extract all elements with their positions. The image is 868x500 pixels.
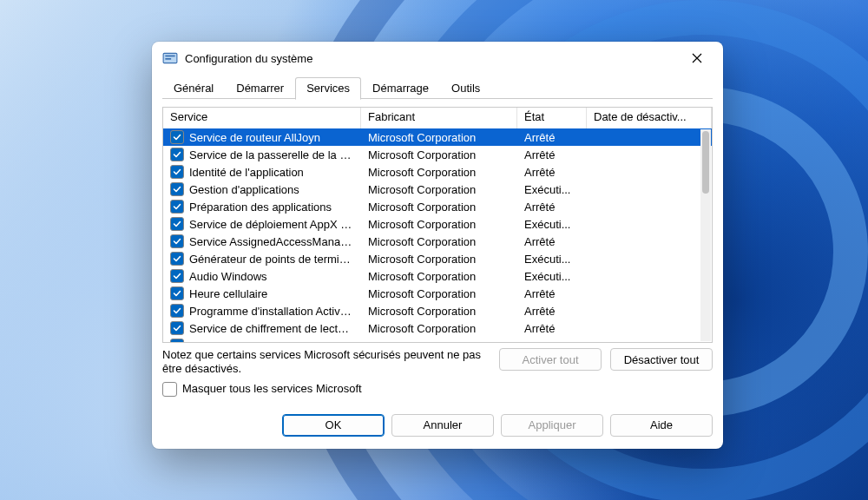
table-row[interactable]: Service de déploiement AppX (A...Microso… (163, 215, 712, 233)
service-state: Arrêté (517, 305, 587, 318)
service-state: Arrêté (517, 322, 587, 335)
service-state: Exécuti... (517, 270, 587, 283)
close-button[interactable] (678, 45, 716, 71)
service-state: Arrêté (517, 166, 587, 179)
table-row[interactable]: Service de routeur AllJoynMicrosoft Corp… (163, 128, 712, 146)
titlebar: Configuration du système (152, 42, 723, 75)
service-name: Programme d'installation Active... (189, 305, 354, 318)
msconfig-dialog: Configuration du système Général Démarre… (152, 42, 723, 449)
service-checkbox[interactable] (170, 148, 184, 161)
service-state: Exécuti... (517, 253, 587, 266)
service-vendor: Microsoft Corporation (361, 183, 517, 196)
service-state: Exécuti... (517, 218, 587, 231)
column-service[interactable]: Service (163, 108, 361, 128)
service-state: Arrêté (517, 148, 587, 161)
service-name: Service de la passerelle de la co... (189, 148, 354, 161)
service-state: Arrêté (517, 131, 587, 144)
service-vendor: Microsoft Corporation (361, 270, 517, 283)
service-name: Gestion d'applications (189, 183, 354, 196)
scrollbar[interactable] (700, 129, 711, 341)
table-row[interactable]: Service de la passerelle de la co...Micr… (163, 146, 712, 163)
service-name: Service AssignedAccessManager (189, 235, 354, 248)
table-row[interactable]: Heure cellulaireMicrosoft CorporationArr… (163, 285, 712, 302)
service-checkbox[interactable] (170, 252, 184, 266)
service-checkbox[interactable] (170, 217, 184, 231)
service-name: Générateur de points de termin... (189, 253, 354, 266)
service-name: Préparation des applications (189, 201, 354, 214)
app-icon (162, 50, 178, 66)
service-name: Moteur de filtrage de base (189, 339, 354, 343)
service-checkbox[interactable] (170, 130, 184, 144)
service-checkbox[interactable] (170, 182, 184, 196)
service-name: Heure cellulaire (189, 287, 354, 300)
column-vendor[interactable]: Fabricant (361, 108, 517, 128)
service-state: Exécuti... (517, 339, 587, 343)
service-vendor: Microsoft Corporation (361, 131, 517, 144)
note-text: Notez que certains services Microsoft sé… (162, 348, 490, 377)
service-vendor: Microsoft Corporation (361, 339, 517, 343)
service-state: Arrêté (517, 235, 587, 248)
service-vendor: Microsoft Corporation (361, 253, 517, 266)
tab-boot[interactable]: Démarrer (225, 77, 295, 100)
service-checkbox[interactable] (170, 165, 184, 179)
service-checkbox[interactable] (170, 304, 184, 318)
table-row[interactable]: Gestion d'applicationsMicrosoft Corporat… (163, 181, 712, 198)
service-vendor: Microsoft Corporation (361, 305, 517, 318)
disable-all-button[interactable]: Désactiver tout (610, 348, 713, 371)
service-vendor: Microsoft Corporation (361, 322, 517, 335)
enable-all-button[interactable]: Activer tout (499, 348, 602, 371)
service-state: Arrêté (517, 201, 587, 214)
svg-rect-1 (165, 56, 174, 57)
table-row[interactable]: Service AssignedAccessManagerMicrosoft C… (163, 233, 712, 250)
service-checkbox[interactable] (170, 321, 184, 335)
ok-button[interactable]: OK (282, 414, 385, 437)
table-row[interactable]: Programme d'installation Active...Micros… (163, 302, 712, 319)
window-title: Configuration du système (185, 52, 678, 65)
service-name: Identité de l'application (189, 166, 354, 179)
service-vendor: Microsoft Corporation (361, 201, 517, 214)
service-name: Service de routeur AllJoyn (189, 131, 354, 144)
service-vendor: Microsoft Corporation (361, 218, 517, 231)
table-row[interactable]: Service de chiffrement de lecteu...Micro… (163, 319, 712, 337)
apply-button[interactable]: Appliquer (501, 414, 603, 437)
tab-general[interactable]: Général (162, 77, 225, 100)
tab-strip: Général Démarrer Services Démarrage Outi… (152, 75, 723, 100)
tab-startup[interactable]: Démarrage (361, 77, 440, 100)
cancel-button[interactable]: Annuler (391, 414, 494, 437)
service-name: Service de chiffrement de lecteu... (189, 322, 354, 335)
table-row[interactable]: Générateur de points de termin...Microso… (163, 250, 712, 267)
service-name: Service de déploiement AppX (A... (189, 218, 354, 231)
tab-services[interactable]: Services (295, 77, 361, 100)
scrollbar-thumb[interactable] (702, 131, 709, 194)
service-vendor: Microsoft Corporation (361, 287, 517, 300)
service-name: Audio Windows (189, 270, 354, 283)
service-state: Arrêté (517, 287, 587, 300)
service-checkbox[interactable] (170, 200, 184, 214)
service-checkbox[interactable] (170, 269, 184, 283)
service-state: Exécuti... (517, 183, 587, 196)
service-vendor: Microsoft Corporation (361, 235, 517, 248)
listview-header[interactable]: Service Fabricant État Date de désactiv.… (163, 108, 712, 129)
service-vendor: Microsoft Corporation (361, 148, 517, 161)
service-checkbox[interactable] (170, 286, 184, 300)
column-state[interactable]: État (517, 108, 587, 128)
service-checkbox[interactable] (170, 234, 184, 248)
services-listview[interactable]: Service Fabricant État Date de désactiv.… (162, 107, 713, 343)
table-row[interactable]: Audio WindowsMicrosoft CorporationExécut… (163, 267, 712, 285)
table-row[interactable]: Moteur de filtrage de baseMicrosoft Corp… (163, 337, 712, 342)
tab-tools[interactable]: Outils (440, 77, 491, 100)
help-button[interactable]: Aide (610, 414, 713, 437)
hide-microsoft-checkbox[interactable] (162, 382, 177, 397)
table-row[interactable]: Préparation des applicationsMicrosoft Co… (163, 198, 712, 215)
column-date[interactable]: Date de désactiv... (587, 108, 712, 128)
service-vendor: Microsoft Corporation (361, 166, 517, 179)
table-row[interactable]: Identité de l'applicationMicrosoft Corpo… (163, 163, 712, 181)
hide-microsoft-label: Masquer tous les services Microsoft (182, 382, 362, 396)
svg-rect-2 (165, 58, 171, 60)
service-checkbox[interactable] (170, 339, 184, 342)
